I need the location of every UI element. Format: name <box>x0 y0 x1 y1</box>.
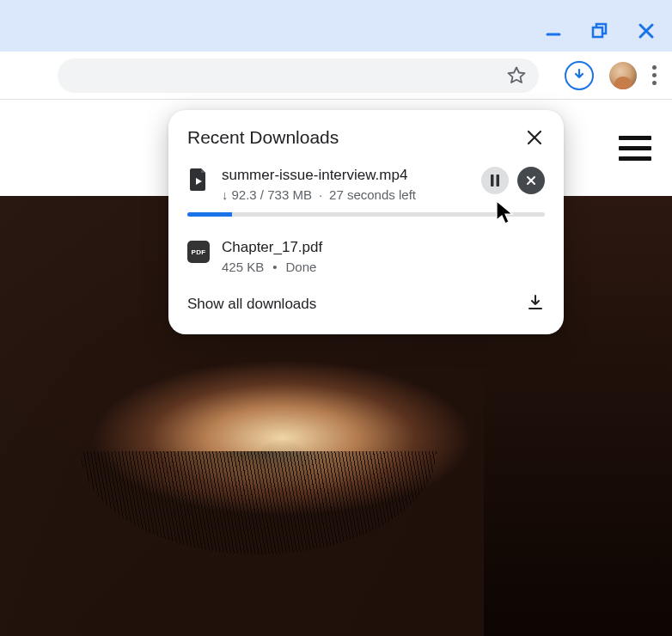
popover-title: Recent Downloads <box>187 127 339 148</box>
download-filename: summer-issue-interview.mp4 <box>222 167 469 184</box>
profile-avatar[interactable] <box>609 62 637 89</box>
download-progress-bar <box>187 212 545 217</box>
window-restore-button[interactable] <box>590 21 610 41</box>
download-arrow-icon <box>571 68 587 83</box>
cancel-icon <box>526 175 536 186</box>
browser-toolbar <box>0 52 672 100</box>
pause-icon <box>490 174 500 187</box>
chrome-menu-button[interactable] <box>652 65 657 85</box>
pause-download-button[interactable] <box>481 167 509 194</box>
site-menu-hamburger-icon[interactable] <box>619 136 651 161</box>
svg-rect-8 <box>497 174 500 187</box>
pdf-file-icon: PDF <box>187 241 210 263</box>
downloads-tray-button[interactable] <box>565 61 594 90</box>
download-filename: Chapter_17.pdf <box>222 239 545 256</box>
download-progress-fill <box>187 212 232 217</box>
download-status: ↓ 92.3 / 733 MB · 27 seconds left <box>222 187 469 202</box>
show-all-downloads-link[interactable]: Show all downloads <box>187 296 316 313</box>
open-downloads-folder-button[interactable] <box>526 293 545 315</box>
address-bar[interactable] <box>58 58 539 93</box>
popover-close-button[interactable] <box>524 127 545 148</box>
download-status: 425 KB • Done <box>222 260 545 274</box>
cancel-download-button[interactable] <box>517 167 545 194</box>
close-icon <box>526 129 543 146</box>
download-tray-icon <box>526 293 545 312</box>
window-minimize-button[interactable] <box>543 21 564 41</box>
download-item[interactable]: PDF Chapter_17.pdf 425 KB • Done <box>168 223 564 281</box>
video-file-icon <box>187 168 210 191</box>
window-titlebar <box>0 10 672 52</box>
titlebar-top-strip <box>0 0 672 10</box>
downloads-popover: Recent Downloads summer-issue-interview.… <box>168 110 564 334</box>
download-item[interactable]: summer-issue-interview.mp4 ↓ 92.3 / 733 … <box>168 160 564 223</box>
bookmark-star-icon[interactable] <box>504 64 528 88</box>
svg-rect-2 <box>593 28 602 37</box>
svg-rect-7 <box>491 174 494 187</box>
window-close-button[interactable] <box>636 21 657 41</box>
